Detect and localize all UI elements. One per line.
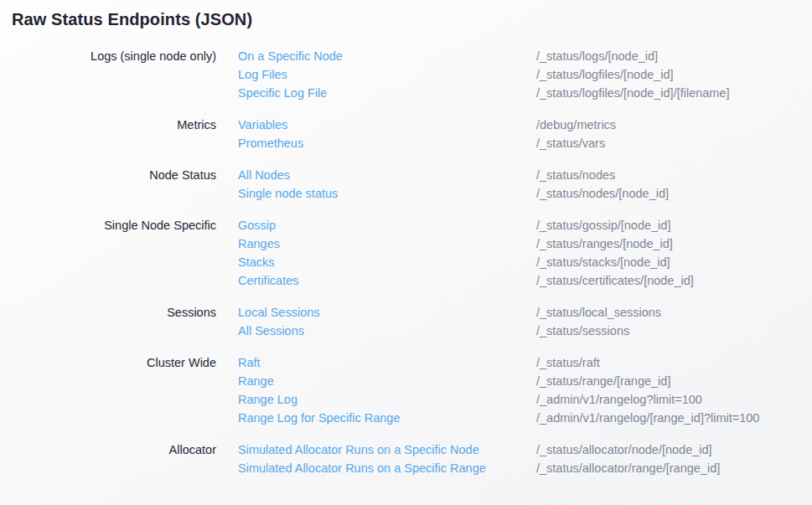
endpoint-link[interactable]: Raft xyxy=(238,353,536,372)
endpoint-row: Log Files /_status/logfiles/[node_id] xyxy=(238,65,812,84)
endpoint-path: /_status/gossip/[node_id] xyxy=(536,216,812,234)
endpoint-link[interactable]: On a Specific Node xyxy=(238,47,536,65)
endpoint-row: Range Log for Specific Range /_admin/v1/… xyxy=(238,409,812,427)
endpoint-link[interactable]: Simulated Allocator Runs on a Specific N… xyxy=(238,441,536,459)
endpoint-rows: On a Specific Node /_status/logs/[node_i… xyxy=(216,47,812,102)
endpoint-link[interactable]: Range Log xyxy=(238,390,536,409)
endpoint-path: /debug/metrics xyxy=(536,116,812,134)
endpoint-group-allocator: Allocator Simulated Allocator Runs on a … xyxy=(0,441,812,477)
endpoint-group-metrics: Metrics Variables /debug/metrics Prometh… xyxy=(0,116,812,152)
category-label: Logs (single node only) xyxy=(0,47,216,102)
endpoint-group-sessions: Sessions Local Sessions /_status/local_s… xyxy=(0,303,812,340)
endpoint-path: /_status/local_sessions xyxy=(536,303,812,322)
endpoint-row: Range Log /_admin/v1/rangelog?limit=100 xyxy=(238,390,812,409)
endpoint-row: All Nodes /_status/nodes xyxy=(238,166,812,184)
endpoint-link[interactable]: Range Log for Specific Range xyxy=(238,409,536,427)
endpoint-row: Simulated Allocator Runs on a Specific N… xyxy=(238,441,812,459)
endpoint-row: Ranges /_status/ranges/[node_id] xyxy=(238,234,812,253)
endpoint-row: Gossip /_status/gossip/[node_id] xyxy=(238,216,812,234)
endpoint-row: Single node status /_status/nodes/[node_… xyxy=(238,184,812,203)
endpoint-path: /_admin/v1/rangelog/[range_id]?limit=100 xyxy=(536,409,812,427)
endpoint-group-cluster-wide: Cluster Wide Raft /_status/raft Range /_… xyxy=(0,353,812,427)
endpoint-row: Local Sessions /_status/local_sessions xyxy=(238,303,812,322)
endpoint-row: Simulated Allocator Runs on a Specific R… xyxy=(238,459,812,477)
endpoint-path: /_status/nodes/[node_id] xyxy=(536,184,812,203)
endpoint-path: /_status/logs/[node_id] xyxy=(536,47,812,65)
endpoint-rows: Variables /debug/metrics Prometheus /_st… xyxy=(216,116,812,152)
endpoint-link[interactable]: Log Files xyxy=(238,65,536,84)
endpoint-group-single-node: Single Node Specific Gossip /_status/gos… xyxy=(0,216,812,290)
endpoint-rows: All Nodes /_status/nodes Single node sta… xyxy=(216,166,812,203)
endpoint-row: Variables /debug/metrics xyxy=(238,116,812,134)
endpoint-path: /_admin/v1/rangelog?limit=100 xyxy=(536,390,812,409)
endpoint-link[interactable]: Local Sessions xyxy=(238,303,536,322)
endpoint-rows: Raft /_status/raft Range /_status/range/… xyxy=(216,353,812,427)
page-title: Raw Status Endpoints (JSON) xyxy=(12,10,812,29)
endpoint-path: /_status/ranges/[node_id] xyxy=(536,234,812,253)
endpoint-link[interactable]: Stacks xyxy=(238,253,536,271)
debug-endpoints-page: Raw Status Endpoints (JSON) Logs (single… xyxy=(0,0,812,477)
endpoint-row: Range /_status/range/[range_id] xyxy=(238,372,812,390)
endpoint-path: /_status/stacks/[node_id] xyxy=(536,253,812,271)
endpoint-row: On a Specific Node /_status/logs/[node_i… xyxy=(238,47,812,65)
endpoint-link[interactable]: All Sessions xyxy=(238,322,536,340)
category-label: Metrics xyxy=(0,116,216,152)
endpoint-row: All Sessions /_status/sessions xyxy=(238,322,812,340)
endpoint-path: /_status/logfiles/[node_id]/[filename] xyxy=(536,84,812,102)
endpoint-path: /_status/allocator/range/[range_id] xyxy=(536,459,812,477)
endpoint-group-logs: Logs (single node only) On a Specific No… xyxy=(0,47,812,102)
endpoint-link[interactable]: Specific Log File xyxy=(238,84,536,102)
endpoint-link[interactable]: Certificates xyxy=(238,271,536,290)
endpoint-group-node-status: Node Status All Nodes /_status/nodes Sin… xyxy=(0,166,812,203)
endpoint-link[interactable]: Range xyxy=(238,372,536,390)
endpoint-row: Prometheus /_status/vars xyxy=(238,134,812,152)
endpoint-link[interactable]: All Nodes xyxy=(238,166,536,184)
endpoint-path: /_status/sessions xyxy=(536,322,812,340)
endpoint-path: /_status/nodes xyxy=(536,166,812,184)
endpoint-path: /_status/logfiles/[node_id] xyxy=(536,65,812,84)
category-label: Allocator xyxy=(0,441,216,477)
endpoint-link[interactable]: Variables xyxy=(238,116,536,134)
endpoint-link[interactable]: Prometheus xyxy=(238,134,536,152)
endpoint-path: /_status/certificates/[node_id] xyxy=(536,271,812,290)
category-label: Single Node Specific xyxy=(0,216,216,290)
endpoint-rows: Simulated Allocator Runs on a Specific N… xyxy=(216,441,812,477)
endpoint-link[interactable]: Single node status xyxy=(238,184,536,203)
endpoint-row: Raft /_status/raft xyxy=(238,353,812,372)
endpoint-link[interactable]: Ranges xyxy=(238,234,536,253)
endpoint-row: Stacks /_status/stacks/[node_id] xyxy=(238,253,812,271)
endpoint-row: Specific Log File /_status/logfiles/[nod… xyxy=(238,84,812,102)
endpoint-rows: Local Sessions /_status/local_sessions A… xyxy=(216,303,812,340)
endpoint-path: /_status/vars xyxy=(536,134,812,152)
endpoint-row: Certificates /_status/certificates/[node… xyxy=(238,271,812,290)
category-label: Cluster Wide xyxy=(0,353,216,427)
endpoint-link[interactable]: Gossip xyxy=(238,216,536,234)
endpoint-path: /_status/raft xyxy=(536,353,812,372)
category-label: Node Status xyxy=(0,166,216,203)
endpoint-path: /_status/range/[range_id] xyxy=(536,372,812,390)
category-label: Sessions xyxy=(0,303,216,340)
endpoint-path: /_status/allocator/node/[node_id] xyxy=(536,441,812,459)
endpoint-link[interactable]: Simulated Allocator Runs on a Specific R… xyxy=(238,459,536,477)
endpoint-rows: Gossip /_status/gossip/[node_id] Ranges … xyxy=(216,216,812,290)
